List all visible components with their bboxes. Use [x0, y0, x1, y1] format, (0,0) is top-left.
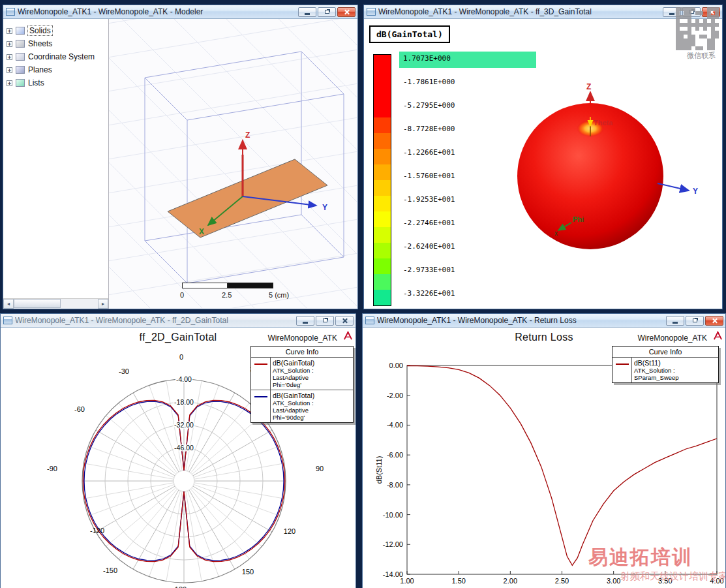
- expand-icon[interactable]: +: [7, 54, 12, 60]
- colorbar-value: -1.9253E+001: [403, 195, 455, 206]
- s11-curve: [407, 366, 717, 566]
- radial-tick-label: -4.00: [176, 375, 192, 383]
- minimize-button[interactable]: [296, 316, 314, 326]
- restore-button[interactable]: [686, 316, 704, 326]
- z-axis-label: Z: [586, 82, 591, 91]
- colorbar-band: [374, 164, 391, 180]
- minimize-button[interactable]: [666, 316, 684, 326]
- theta-label: Theta: [594, 119, 613, 127]
- titlebar-returnloss[interactable]: WireMonopole_ATK1 - WireMonopole_ATK - R…: [363, 314, 725, 328]
- tree-horizontal-scrollbar[interactable]: ◂ ▸: [3, 298, 108, 309]
- x-tick-label: 1.50: [451, 577, 465, 585]
- scrollbar-thumb[interactable]: [14, 299, 61, 308]
- curve-color-swatch: [254, 396, 267, 397]
- x-axis-label: X: [199, 227, 204, 236]
- gain2d-plot-area[interactable]: ff_2D_GainTotal WireMonopole_ATK Curve I…: [1, 328, 355, 588]
- window-title: WireMonopole_ATK1 - WireMonopole_ATK - R…: [377, 316, 663, 325]
- legend-entry[interactable]: dB(GainTotal) ATK_Solution : LastAdaptiv…: [251, 357, 353, 390]
- curve-color-swatch: [254, 364, 267, 365]
- tree-item-lists[interactable]: +Lists: [3, 76, 108, 89]
- window-title: WireMonopole_ATK1 - WireMonopole_ATK - M…: [18, 7, 295, 16]
- expand-icon[interactable]: +: [7, 41, 12, 47]
- restore-icon: [689, 10, 694, 14]
- colorbar-legend[interactable]: dB(GainTotal) 1.7073E+000-1.7861E+000-5.…: [369, 25, 547, 43]
- y-tick-label: -4.00: [387, 421, 403, 429]
- expand-icon[interactable]: +: [7, 67, 12, 73]
- returnloss-plot-area[interactable]: Return Loss WireMonopole_ATK Curve Info …: [363, 328, 725, 588]
- modeler-3d-view[interactable]: Z Y X 0 2.5 5 (cm): [109, 19, 357, 309]
- tree-item-label[interactable]: Lists: [28, 78, 44, 87]
- curve-variation: Phi='0deg': [273, 381, 351, 388]
- colorbar-value: -3.3226E+001: [403, 289, 455, 300]
- curve-solution: ATK_Solution : LastAdaptive: [273, 399, 351, 414]
- radial-tick-label: -18.00: [174, 398, 194, 406]
- window-gain3d: WireMonopole_ATK1 - WireMonopole_ATK - f…: [363, 5, 723, 309]
- expand-icon[interactable]: +: [7, 28, 12, 34]
- minimize-button[interactable]: [298, 7, 316, 17]
- minimize-icon: [305, 13, 310, 15]
- close-button[interactable]: [335, 316, 354, 326]
- colorbar-value: -1.7861E+000: [403, 78, 455, 88]
- gain3d-view[interactable]: Z Y Theta Phi x dB(GainTotal) 1.7073E+00…: [364, 19, 722, 309]
- tree-item-sheets[interactable]: +Sheets: [3, 37, 108, 50]
- restore-button[interactable]: [682, 7, 701, 17]
- titlebar-gain2d[interactable]: WireMonopole_ATK1 - WireMonopole_ATK - f…: [1, 314, 355, 328]
- minimize-button[interactable]: [663, 7, 681, 17]
- curve-info-legend[interactable]: Curve Info dB(GainTotal) ATK_Solution : …: [250, 346, 354, 423]
- minimize-icon: [303, 322, 308, 324]
- close-button[interactable]: [705, 316, 723, 326]
- colorbar-band: [374, 133, 391, 149]
- colorbar-band: [374, 180, 391, 196]
- expand-icon[interactable]: +: [7, 80, 12, 86]
- colorbar-band: [374, 243, 391, 258]
- close-button[interactable]: [702, 7, 720, 17]
- curve-variation: Phi='90deg': [273, 414, 351, 421]
- ansoft-logo-icon: [343, 331, 353, 341]
- close-button[interactable]: [337, 7, 355, 17]
- close-icon: [708, 9, 714, 15]
- tree-item-planes[interactable]: +Planes: [3, 63, 108, 76]
- window-icon: [6, 8, 15, 16]
- model-tree-pane: +Solids+Sheets+Coordinate System+Planes+…: [3, 19, 109, 309]
- phi-label: Phi: [573, 215, 584, 223]
- restore-button[interactable]: [318, 7, 336, 17]
- tree-item-label[interactable]: Coordinate System: [28, 52, 95, 61]
- tree-item-label[interactable]: Sheets: [28, 39, 52, 48]
- titlebar-gain3d[interactable]: WireMonopole_ATK1 - WireMonopole_ATK - f…: [364, 5, 722, 19]
- x-tick-label: 2.00: [504, 577, 517, 585]
- modeler-3d-scene: Z Y X: [109, 19, 357, 308]
- tree-item-coordinate-system[interactable]: +Coordinate System: [3, 50, 108, 63]
- window-returnloss: WireMonopole_ATK1 - WireMonopole_ATK - R…: [362, 313, 726, 588]
- minimize-icon: [669, 13, 674, 15]
- angle-tick-label: 0: [179, 353, 183, 361]
- returnloss-curve: [407, 366, 717, 566]
- curve-solution: ATK_Solution : SParam_Sweep: [634, 367, 716, 381]
- close-icon: [342, 318, 348, 324]
- restore-button[interactable]: [316, 316, 334, 326]
- coordinate-system-icon: [16, 53, 25, 61]
- plot-border: [407, 365, 717, 574]
- window-icon: [367, 8, 376, 16]
- scale-bar: 0 2.5 5 (cm): [182, 283, 299, 301]
- scrollbar-track[interactable]: [14, 299, 98, 309]
- design-context-label: WireMonopole_ATK: [638, 333, 708, 343]
- design-context-label: WireMonopole_ATK: [268, 333, 338, 343]
- scroll-left-arrow[interactable]: ◂: [3, 299, 14, 309]
- angle-tick-label: -90: [47, 465, 57, 472]
- tree-item-label[interactable]: Solids: [28, 26, 52, 35]
- angle-tick-label: -150: [103, 566, 117, 574]
- legend-header: Curve Info: [251, 347, 353, 357]
- colorbar-band: [374, 55, 391, 117]
- scroll-right-arrow[interactable]: ▸: [98, 299, 108, 309]
- sheets-icon: [16, 40, 25, 48]
- tree-item-solids[interactable]: +Solids: [3, 24, 108, 37]
- colorbar-value: -2.2746E+001: [403, 219, 455, 229]
- tree-item-label[interactable]: Planes: [28, 65, 52, 74]
- colorbar-band: [374, 227, 391, 243]
- ground-plane[interactable]: [168, 159, 327, 238]
- angle-tick-label: 180: [175, 585, 187, 588]
- legend-entry[interactable]: dB(St11) ATK_Solution : SParam_Sweep: [613, 357, 718, 382]
- curve-info-legend[interactable]: Curve Info dB(St11) ATK_Solution : SPara…: [612, 346, 719, 383]
- titlebar-modeler[interactable]: WireMonopole_ATK1 - WireMonopole_ATK - M…: [3, 5, 357, 19]
- legend-entry[interactable]: dB(GainTotal) ATK_Solution : LastAdaptiv…: [251, 390, 353, 422]
